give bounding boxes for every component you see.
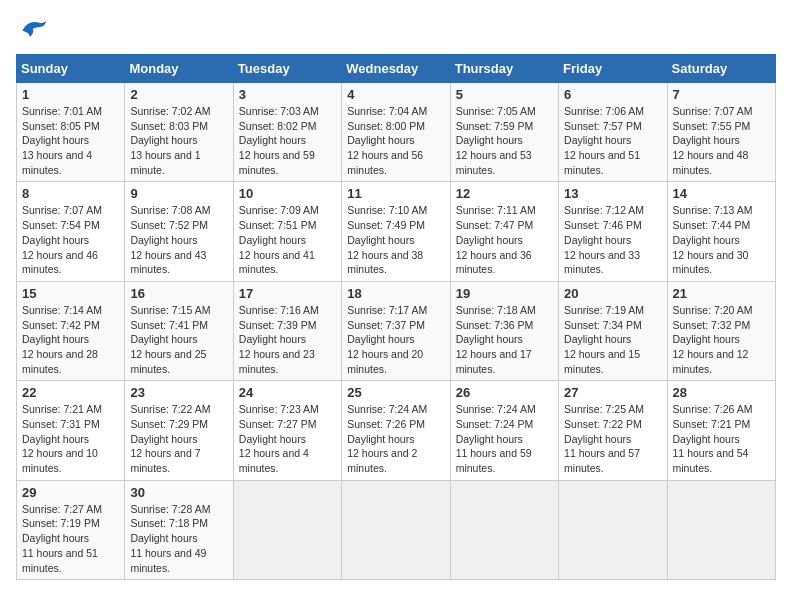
table-row: 14 Sunrise: 7:13 AM Sunset: 7:44 PM Dayl… — [667, 182, 775, 281]
table-row: 8 Sunrise: 7:07 AM Sunset: 7:54 PM Dayli… — [17, 182, 125, 281]
day-number: 11 — [347, 186, 444, 201]
day-info: Sunrise: 7:28 AM Sunset: 7:18 PM Dayligh… — [130, 502, 227, 575]
day-info: Sunrise: 7:15 AM Sunset: 7:41 PM Dayligh… — [130, 303, 227, 376]
table-row: 4 Sunrise: 7:04 AM Sunset: 8:00 PM Dayli… — [342, 83, 450, 182]
day-number: 14 — [673, 186, 770, 201]
table-row: 15 Sunrise: 7:14 AM Sunset: 7:42 PM Dayl… — [17, 281, 125, 380]
weekday-row: Sunday Monday Tuesday Wednesday Thursday… — [17, 55, 776, 83]
table-row — [667, 480, 775, 579]
day-number: 5 — [456, 87, 553, 102]
day-number: 18 — [347, 286, 444, 301]
table-row: 18 Sunrise: 7:17 AM Sunset: 7:37 PM Dayl… — [342, 281, 450, 380]
day-info: Sunrise: 7:27 AM Sunset: 7:19 PM Dayligh… — [22, 502, 119, 575]
table-row: 13 Sunrise: 7:12 AM Sunset: 7:46 PM Dayl… — [559, 182, 667, 281]
day-number: 16 — [130, 286, 227, 301]
day-number: 4 — [347, 87, 444, 102]
col-friday: Friday — [559, 55, 667, 83]
logo — [16, 16, 52, 44]
day-info: Sunrise: 7:21 AM Sunset: 7:31 PM Dayligh… — [22, 402, 119, 475]
day-number: 17 — [239, 286, 336, 301]
table-row: 11 Sunrise: 7:10 AM Sunset: 7:49 PM Dayl… — [342, 182, 450, 281]
col-wednesday: Wednesday — [342, 55, 450, 83]
table-row: 6 Sunrise: 7:06 AM Sunset: 7:57 PM Dayli… — [559, 83, 667, 182]
table-row: 30 Sunrise: 7:28 AM Sunset: 7:18 PM Dayl… — [125, 480, 233, 579]
day-info: Sunrise: 7:22 AM Sunset: 7:29 PM Dayligh… — [130, 402, 227, 475]
table-row: 23 Sunrise: 7:22 AM Sunset: 7:29 PM Dayl… — [125, 381, 233, 480]
col-monday: Monday — [125, 55, 233, 83]
day-number: 15 — [22, 286, 119, 301]
day-info: Sunrise: 7:04 AM Sunset: 8:00 PM Dayligh… — [347, 104, 444, 177]
day-info: Sunrise: 7:17 AM Sunset: 7:37 PM Dayligh… — [347, 303, 444, 376]
calendar-row: 15 Sunrise: 7:14 AM Sunset: 7:42 PM Dayl… — [17, 281, 776, 380]
day-info: Sunrise: 7:23 AM Sunset: 7:27 PM Dayligh… — [239, 402, 336, 475]
table-row: 3 Sunrise: 7:03 AM Sunset: 8:02 PM Dayli… — [233, 83, 341, 182]
table-row: 10 Sunrise: 7:09 AM Sunset: 7:51 PM Dayl… — [233, 182, 341, 281]
table-row — [450, 480, 558, 579]
day-info: Sunrise: 7:16 AM Sunset: 7:39 PM Dayligh… — [239, 303, 336, 376]
day-number: 22 — [22, 385, 119, 400]
day-info: Sunrise: 7:03 AM Sunset: 8:02 PM Dayligh… — [239, 104, 336, 177]
day-number: 28 — [673, 385, 770, 400]
col-saturday: Saturday — [667, 55, 775, 83]
day-number: 13 — [564, 186, 661, 201]
day-number: 25 — [347, 385, 444, 400]
day-number: 30 — [130, 485, 227, 500]
day-info: Sunrise: 7:11 AM Sunset: 7:47 PM Dayligh… — [456, 203, 553, 276]
day-info: Sunrise: 7:25 AM Sunset: 7:22 PM Dayligh… — [564, 402, 661, 475]
day-info: Sunrise: 7:14 AM Sunset: 7:42 PM Dayligh… — [22, 303, 119, 376]
col-thursday: Thursday — [450, 55, 558, 83]
table-row: 19 Sunrise: 7:18 AM Sunset: 7:36 PM Dayl… — [450, 281, 558, 380]
table-row — [342, 480, 450, 579]
day-number: 12 — [456, 186, 553, 201]
table-row: 27 Sunrise: 7:25 AM Sunset: 7:22 PM Dayl… — [559, 381, 667, 480]
table-row: 5 Sunrise: 7:05 AM Sunset: 7:59 PM Dayli… — [450, 83, 558, 182]
day-info: Sunrise: 7:24 AM Sunset: 7:24 PM Dayligh… — [456, 402, 553, 475]
day-number: 26 — [456, 385, 553, 400]
day-number: 24 — [239, 385, 336, 400]
day-info: Sunrise: 7:13 AM Sunset: 7:44 PM Dayligh… — [673, 203, 770, 276]
day-number: 2 — [130, 87, 227, 102]
table-row: 9 Sunrise: 7:08 AM Sunset: 7:52 PM Dayli… — [125, 182, 233, 281]
table-row: 29 Sunrise: 7:27 AM Sunset: 7:19 PM Dayl… — [17, 480, 125, 579]
day-info: Sunrise: 7:24 AM Sunset: 7:26 PM Dayligh… — [347, 402, 444, 475]
day-info: Sunrise: 7:19 AM Sunset: 7:34 PM Dayligh… — [564, 303, 661, 376]
table-row: 2 Sunrise: 7:02 AM Sunset: 8:03 PM Dayli… — [125, 83, 233, 182]
table-row: 21 Sunrise: 7:20 AM Sunset: 7:32 PM Dayl… — [667, 281, 775, 380]
table-row: 7 Sunrise: 7:07 AM Sunset: 7:55 PM Dayli… — [667, 83, 775, 182]
page-header — [16, 16, 776, 44]
calendar-row: 8 Sunrise: 7:07 AM Sunset: 7:54 PM Dayli… — [17, 182, 776, 281]
day-info: Sunrise: 7:09 AM Sunset: 7:51 PM Dayligh… — [239, 203, 336, 276]
table-row: 28 Sunrise: 7:26 AM Sunset: 7:21 PM Dayl… — [667, 381, 775, 480]
calendar-header: Sunday Monday Tuesday Wednesday Thursday… — [17, 55, 776, 83]
day-number: 27 — [564, 385, 661, 400]
table-row — [559, 480, 667, 579]
day-number: 1 — [22, 87, 119, 102]
table-row: 16 Sunrise: 7:15 AM Sunset: 7:41 PM Dayl… — [125, 281, 233, 380]
day-info: Sunrise: 7:02 AM Sunset: 8:03 PM Dayligh… — [130, 104, 227, 177]
calendar-row: 29 Sunrise: 7:27 AM Sunset: 7:19 PM Dayl… — [17, 480, 776, 579]
day-number: 23 — [130, 385, 227, 400]
day-number: 7 — [673, 87, 770, 102]
table-row: 24 Sunrise: 7:23 AM Sunset: 7:27 PM Dayl… — [233, 381, 341, 480]
day-number: 9 — [130, 186, 227, 201]
table-row: 26 Sunrise: 7:24 AM Sunset: 7:24 PM Dayl… — [450, 381, 558, 480]
table-row — [233, 480, 341, 579]
day-number: 10 — [239, 186, 336, 201]
day-info: Sunrise: 7:07 AM Sunset: 7:54 PM Dayligh… — [22, 203, 119, 276]
calendar-row: 22 Sunrise: 7:21 AM Sunset: 7:31 PM Dayl… — [17, 381, 776, 480]
day-number: 6 — [564, 87, 661, 102]
day-number: 20 — [564, 286, 661, 301]
day-info: Sunrise: 7:18 AM Sunset: 7:36 PM Dayligh… — [456, 303, 553, 376]
day-number: 19 — [456, 286, 553, 301]
day-info: Sunrise: 7:10 AM Sunset: 7:49 PM Dayligh… — [347, 203, 444, 276]
table-row: 12 Sunrise: 7:11 AM Sunset: 7:47 PM Dayl… — [450, 182, 558, 281]
day-info: Sunrise: 7:06 AM Sunset: 7:57 PM Dayligh… — [564, 104, 661, 177]
calendar-row: 1 Sunrise: 7:01 AM Sunset: 8:05 PM Dayli… — [17, 83, 776, 182]
calendar-table: Sunday Monday Tuesday Wednesday Thursday… — [16, 54, 776, 580]
logo-icon — [16, 16, 48, 44]
day-info: Sunrise: 7:07 AM Sunset: 7:55 PM Dayligh… — [673, 104, 770, 177]
day-number: 21 — [673, 286, 770, 301]
day-info: Sunrise: 7:05 AM Sunset: 7:59 PM Dayligh… — [456, 104, 553, 177]
day-number: 8 — [22, 186, 119, 201]
table-row: 22 Sunrise: 7:21 AM Sunset: 7:31 PM Dayl… — [17, 381, 125, 480]
